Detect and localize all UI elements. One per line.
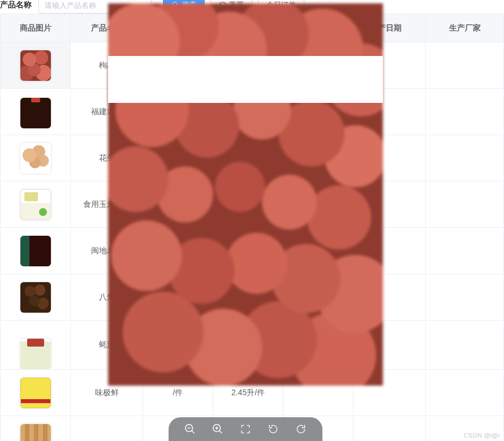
cell-qty <box>283 135 354 181</box>
table-row: 花生/包5千克/包 <box>1 135 504 181</box>
table-header: 商品图片 产品名称 规格 单价/单位 数量 产日期 生产厂家 <box>1 14 504 42</box>
cell-name: 枸杞 <box>71 42 143 89</box>
cell-image[interactable] <box>1 416 71 442</box>
svg-line-1 <box>176 6 178 8</box>
cell-image[interactable] <box>1 228 71 274</box>
cell-spec: /件 <box>143 89 213 135</box>
col-spec: 规格 <box>143 14 213 42</box>
product-thumbnail[interactable] <box>20 143 51 174</box>
cell-name: 福建老酒 <box>71 89 143 135</box>
product-thumbnail[interactable] <box>20 282 51 313</box>
cell-qty <box>283 321 354 370</box>
cell-spec: /包 <box>143 181 213 228</box>
svg-line-3 <box>192 431 195 434</box>
cell-date <box>354 416 426 442</box>
cell-spec: /件 <box>143 228 213 274</box>
product-thumbnail[interactable] <box>20 236 51 266</box>
cell-maker <box>426 228 504 274</box>
cell-image[interactable] <box>1 181 71 228</box>
product-thumbnail[interactable] <box>20 98 51 128</box>
col-unit-price: 单价/单位 <box>213 14 283 42</box>
cell-image[interactable] <box>1 370 71 416</box>
cell-spec: 斤 <box>143 274 213 321</box>
table-row: 八角斤1斤1 <box>1 274 504 321</box>
cell-unit_price: 1斤 <box>213 274 283 321</box>
cell-date <box>354 181 426 228</box>
cell-maker <box>426 89 504 135</box>
cell-qty: 1 <box>283 42 354 89</box>
cell-unit_price: 25千克/包 <box>213 181 283 228</box>
cell-spec: /件 <box>143 370 213 416</box>
cell-image[interactable] <box>1 89 71 135</box>
cell-date <box>354 89 426 135</box>
reset-button[interactable]: 重置 <box>210 0 252 14</box>
cell-maker <box>426 181 504 228</box>
cell-name: 闽地老酒 <box>71 228 143 274</box>
col-image: 商品图片 <box>1 14 71 42</box>
cell-date <box>354 42 426 89</box>
cell-unit_price: 240毫升/件 <box>213 228 283 274</box>
cell-image[interactable] <box>1 135 71 181</box>
search-bar: 产品名称 搜索 重置 今日订单 <box>0 0 504 14</box>
table-row: 蚝油件7千克/件 <box>1 321 504 370</box>
rotate-left-icon[interactable] <box>267 423 279 435</box>
cell-maker <box>426 274 504 321</box>
zoom-in-icon[interactable] <box>212 423 224 435</box>
cell-unit_price: 485毫升/件 <box>213 89 283 135</box>
search-icon <box>171 1 179 9</box>
product-name-input[interactable] <box>38 0 152 14</box>
table-row: 味极鲜/件2.45升/件 <box>1 370 504 416</box>
svg-point-0 <box>173 2 177 7</box>
cell-date <box>354 370 426 416</box>
search-actions: 搜索 重置 今日订单 <box>163 0 304 14</box>
zoom-out-icon[interactable] <box>184 423 196 435</box>
cell-qty: 1 <box>283 274 354 321</box>
product-thumbnail[interactable] <box>20 50 51 81</box>
cell-maker <box>426 370 504 416</box>
watermark: CSDN @l@r <box>464 432 501 439</box>
reset-button-label: 重置 <box>229 0 244 10</box>
product-thumbnail[interactable] <box>20 424 51 442</box>
cell-name: 八角 <box>71 274 143 321</box>
cell-maker <box>426 135 504 181</box>
product-thumbnail[interactable] <box>20 378 51 408</box>
today-orders-button[interactable]: 今日订单 <box>258 0 304 14</box>
cell-qty <box>283 370 354 416</box>
cell-date <box>354 228 426 274</box>
today-orders-label: 今日订单 <box>266 0 296 10</box>
table-row: 食用玉米淀粉/包25千克/包 <box>1 181 504 228</box>
search-label: 产品名称 <box>0 0 32 10</box>
product-thumbnail[interactable] <box>20 339 51 369</box>
cell-date <box>354 321 426 370</box>
cell-image[interactable] <box>1 321 71 370</box>
col-qty: 数量 <box>283 14 354 42</box>
fullscreen-icon[interactable] <box>239 423 252 435</box>
cell-qty <box>283 181 354 228</box>
cell-spec: /包 <box>143 135 213 181</box>
search-button-label: 搜索 <box>182 0 196 10</box>
cell-unit_price: 2.45升/件 <box>213 370 283 416</box>
rotate-right-icon[interactable] <box>295 423 307 435</box>
cell-spec: 斤 <box>143 42 213 89</box>
cell-image[interactable] <box>1 42 71 89</box>
cell-date <box>354 135 426 181</box>
search-button[interactable]: 搜索 <box>163 0 205 14</box>
image-viewer-toolbar <box>169 417 322 441</box>
cell-image[interactable] <box>1 274 71 321</box>
cell-name: 食用玉米淀粉 <box>71 181 143 228</box>
col-maker: 生产厂家 <box>426 14 504 42</box>
cell-maker <box>426 42 504 89</box>
table-row: 闽地老酒/件240毫升/件 <box>1 228 504 274</box>
cell-unit_price: 7千克/件 <box>213 321 283 370</box>
cell-unit_price: 1斤 <box>213 42 283 89</box>
cell-name <box>71 416 143 442</box>
reset-icon <box>219 1 227 9</box>
cell-unit_price: 5千克/包 <box>213 135 283 181</box>
cell-date <box>354 274 426 321</box>
cell-qty <box>283 228 354 274</box>
product-thumbnail[interactable] <box>20 189 51 220</box>
cell-name: 蚝油 <box>71 321 143 370</box>
col-date: 产日期 <box>354 14 426 42</box>
col-name: 产品名称 <box>71 14 143 42</box>
cell-name: 味极鲜 <box>71 370 143 416</box>
